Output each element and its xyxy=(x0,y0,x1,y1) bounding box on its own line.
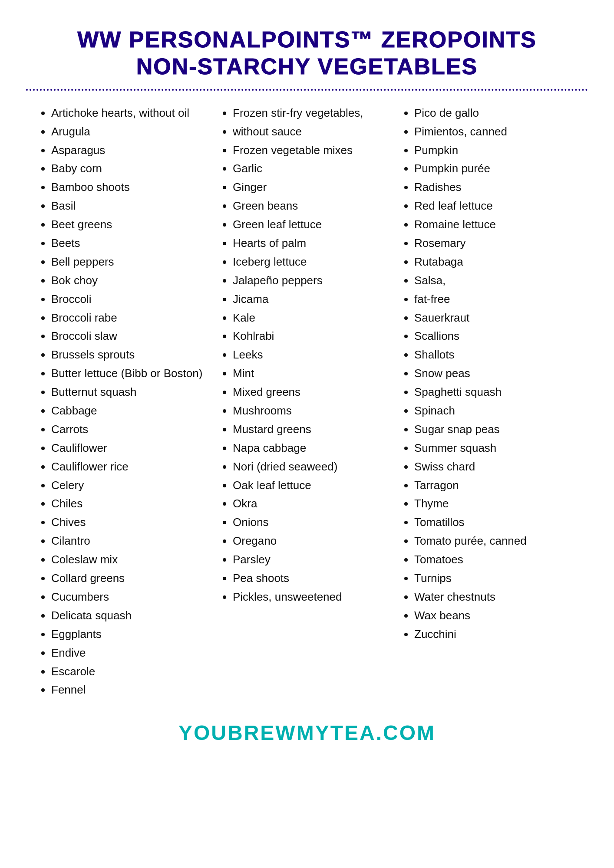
column-1: Artichoke hearts, without oilArugulaAspa… xyxy=(35,104,216,700)
list-item: Parsley xyxy=(233,550,393,569)
list-item: Zucchini xyxy=(414,625,575,644)
list-item: Shallots xyxy=(414,345,575,364)
list-item: Sugar snap peas xyxy=(414,420,575,439)
list-item: Leeks xyxy=(233,345,393,364)
list-item: Eggplants xyxy=(51,625,212,644)
list-item: Artichoke hearts, without oil xyxy=(51,104,212,122)
list-item: Romaine lettuce xyxy=(414,215,575,234)
list-item: Basil xyxy=(51,197,212,215)
list-item: Green leaf lettuce xyxy=(233,215,393,234)
list-item: Pimientos, canned xyxy=(414,122,575,141)
list-item: Cucumbers xyxy=(51,588,212,606)
list-item: Cauliflower xyxy=(51,439,212,457)
list-item: Oregano xyxy=(233,532,393,550)
footer-text: YOUBREWMYTEA.COM xyxy=(178,721,436,744)
list-item: Frozen stir-fry vegetables, xyxy=(233,104,393,122)
list-item: Broccoli xyxy=(51,290,212,309)
list-item: Summer squash xyxy=(414,439,575,457)
list-item: Arugula xyxy=(51,122,212,141)
list-item: Cilantro xyxy=(51,532,212,550)
list-item: Kale xyxy=(233,309,393,327)
list-item: Bell peppers xyxy=(51,253,212,271)
list-item: Water chestnuts xyxy=(414,588,575,606)
list-item: Chiles xyxy=(51,494,212,513)
list-item: Onions xyxy=(233,513,393,532)
list-item: Napa cabbage xyxy=(233,439,393,457)
list-item: Red leaf lettuce xyxy=(414,197,575,215)
column-3: Pico de galloPimientos, cannedPumpkinPum… xyxy=(398,104,579,644)
column-3-list: Pico de galloPimientos, cannedPumpkinPum… xyxy=(402,104,575,644)
list-item: Tomatoes xyxy=(414,550,575,569)
list-item: Swiss chard xyxy=(414,457,575,476)
list-item: Pico de gallo xyxy=(414,104,575,122)
list-item: Jalapeño peppers xyxy=(233,271,393,290)
list-item: Kohlrabi xyxy=(233,327,393,345)
list-item: fat-free xyxy=(414,290,575,309)
list-item: Baby corn xyxy=(51,159,212,178)
list-item: Bok choy xyxy=(51,271,212,290)
list-item: Delicata squash xyxy=(51,606,212,625)
list-item: Cabbage xyxy=(51,401,212,420)
list-item: Pickles, unsweetened xyxy=(233,588,393,606)
list-item: Beet greens xyxy=(51,215,212,234)
list-item: without sauce xyxy=(233,122,393,141)
main-content: Artichoke hearts, without oilArugulaAspa… xyxy=(26,104,588,700)
page-header: WW PERSONALPOINTS™ ZEROPOINTS NON-STARCH… xyxy=(26,17,588,80)
list-item: Radishes xyxy=(414,178,575,197)
list-item: Mustard greens xyxy=(233,420,393,439)
list-item: Pumpkin xyxy=(414,141,575,160)
list-item: Celery xyxy=(51,476,212,495)
list-item: Spinach xyxy=(414,401,575,420)
list-item: Broccoli rabe xyxy=(51,309,212,327)
list-item: Okra xyxy=(233,494,393,513)
divider xyxy=(26,89,588,91)
list-item: Pumpkin purée xyxy=(414,159,575,178)
list-item: Green beans xyxy=(233,197,393,215)
list-item: Thyme xyxy=(414,494,575,513)
list-item: Asparagus xyxy=(51,141,212,160)
list-item: Cauliflower rice xyxy=(51,457,212,476)
list-item: Frozen vegetable mixes xyxy=(233,141,393,160)
list-item: Collard greens xyxy=(51,569,212,588)
list-item: Butter lettuce (Bibb or Boston) xyxy=(51,364,212,383)
list-item: Oak leaf lettuce xyxy=(233,476,393,495)
list-item: Endive xyxy=(51,644,212,662)
list-item: Rutabaga xyxy=(414,253,575,271)
list-item: Carrots xyxy=(51,420,212,439)
list-item: Rosemary xyxy=(414,234,575,253)
list-item: Tarragon xyxy=(414,476,575,495)
list-item: Brussels sprouts xyxy=(51,345,212,364)
list-item: Butternut squash xyxy=(51,383,212,401)
list-item: Broccoli slaw xyxy=(51,327,212,345)
list-item: Ginger xyxy=(233,178,393,197)
list-item: Coleslaw mix xyxy=(51,550,212,569)
list-item: Escarole xyxy=(51,662,212,681)
list-item: Chives xyxy=(51,513,212,532)
list-item: Garlic xyxy=(233,159,393,178)
list-item: Tomatillos xyxy=(414,513,575,532)
list-item: Salsa, xyxy=(414,271,575,290)
list-item: Turnips xyxy=(414,569,575,588)
list-item: Sauerkraut xyxy=(414,309,575,327)
list-item: Spaghetti squash xyxy=(414,383,575,401)
footer: YOUBREWMYTEA.COM xyxy=(26,721,588,753)
list-item: Beets xyxy=(51,234,212,253)
list-item: Mixed greens xyxy=(233,383,393,401)
list-item: Bamboo shoots xyxy=(51,178,212,197)
list-item: Snow peas xyxy=(414,364,575,383)
list-item: Pea shoots xyxy=(233,569,393,588)
list-item: Nori (dried seaweed) xyxy=(233,457,393,476)
column-2: Frozen stir-fry vegetables,without sauce… xyxy=(216,104,398,606)
page-title: WW PERSONALPOINTS™ ZEROPOINTS NON-STARCH… xyxy=(26,26,588,80)
list-item: Tomato purée, canned xyxy=(414,532,575,550)
list-item: Jicama xyxy=(233,290,393,309)
list-item: Mushrooms xyxy=(233,401,393,420)
list-item: Scallions xyxy=(414,327,575,345)
column-2-list: Frozen stir-fry vegetables,without sauce… xyxy=(221,104,393,606)
list-item: Fennel xyxy=(51,681,212,699)
list-item: Hearts of palm xyxy=(233,234,393,253)
column-1-list: Artichoke hearts, without oilArugulaAspa… xyxy=(39,104,212,700)
list-item: Wax beans xyxy=(414,606,575,625)
list-item: Mint xyxy=(233,364,393,383)
list-item: Iceberg lettuce xyxy=(233,253,393,271)
